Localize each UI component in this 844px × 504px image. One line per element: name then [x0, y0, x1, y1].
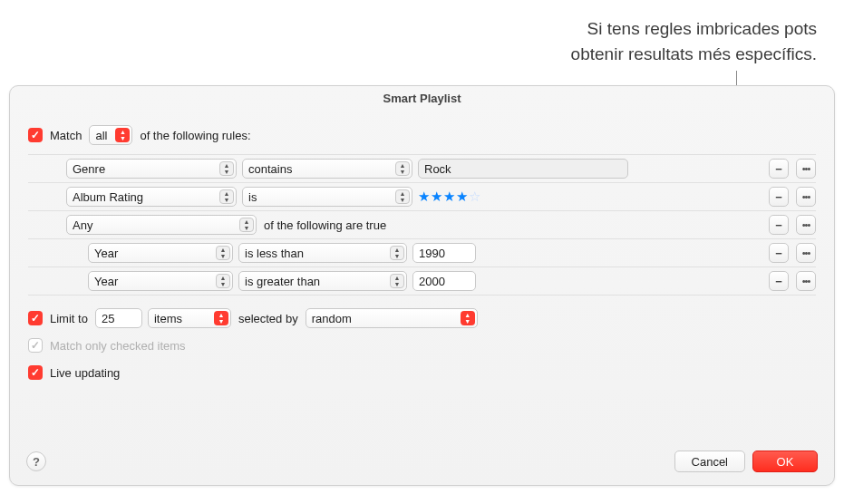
live-updating-checkbox[interactable]	[28, 365, 43, 380]
rule-row: Genre ▲▼ contains ▲▼ Rock	[28, 155, 816, 183]
updown-icon: ▲▼	[216, 274, 230, 288]
remove-rule-button[interactable]	[769, 159, 789, 179]
updown-icon: ▲▼	[390, 246, 404, 260]
rule-attribute-popup[interactable]: Genre ▲▼	[66, 159, 237, 179]
match-row: Match all ▲▼ of the following rules:	[28, 121, 816, 149]
selected-by-value: random	[312, 312, 352, 325]
match-label-suffix: of the following rules:	[138, 129, 252, 142]
rule-attribute-popup[interactable]: Album Rating ▲▼	[66, 187, 237, 207]
dialog-content: Match all ▲▼ of the following rules: Gen…	[10, 109, 834, 441]
limit-label: Limit to	[48, 312, 90, 325]
limit-unit-value: items	[154, 312, 182, 325]
updown-icon: ▲▼	[219, 189, 234, 204]
rule-value-field[interactable]: 2000	[412, 271, 476, 291]
dialog-footer: ? Cancel OK	[10, 441, 834, 485]
annotation-text: Si tens regles imbricades pots obtenir r…	[418, 16, 817, 66]
updown-icon: ▲▼	[390, 274, 404, 288]
remove-rule-button[interactable]	[769, 243, 789, 263]
limit-checkbox[interactable]	[28, 311, 43, 325]
match-mode-value: all	[95, 129, 107, 142]
live-updating-label: Live updating	[48, 366, 121, 380]
updown-icon: ▲▼	[115, 128, 130, 142]
rule-options-button[interactable]	[796, 271, 816, 291]
annotation-line1: Si tens regles imbricades pots	[418, 16, 817, 42]
updown-icon: ▲▼	[214, 311, 228, 325]
selected-by-label: selected by	[237, 312, 300, 325]
rule-operator-popup[interactable]: is less than ▲▼	[238, 243, 407, 263]
rule-options-button[interactable]	[796, 187, 816, 207]
remove-rule-button[interactable]	[769, 215, 789, 235]
selected-by-popup[interactable]: random ▲▼	[306, 308, 478, 328]
rule-options-button[interactable]	[796, 243, 816, 263]
match-checked-checkbox	[28, 338, 43, 353]
rule-attribute-value: Year	[94, 247, 118, 260]
match-checked-row: Match only checked items	[28, 332, 816, 359]
nest-suffix-label: of the following are true	[262, 218, 388, 232]
rule-attribute-popup[interactable]: Year ▲▼	[88, 271, 233, 291]
rules-list: Genre ▲▼ contains ▲▼ Rock Album Rating	[28, 154, 816, 296]
limit-row: Limit to 25 items ▲▼ selected by random …	[28, 305, 816, 332]
rule-options-button[interactable]	[796, 159, 816, 179]
dialog-title: Smart Playlist	[10, 86, 834, 109]
rule-attribute-value: Genre	[73, 162, 105, 176]
updown-icon: ▲▼	[239, 218, 254, 232]
annotation-line2: obtenir resultats més específics.	[418, 42, 817, 67]
live-updating-row: Live updating	[28, 359, 816, 386]
rule-value-text: Rock	[424, 162, 451, 176]
remove-rule-button[interactable]	[769, 187, 789, 207]
rule-attribute-value: Album Rating	[73, 190, 143, 204]
remove-rule-button[interactable]	[769, 271, 789, 291]
rule-operator-value: contains	[248, 162, 292, 176]
rating-stars[interactable]: ★★★★☆	[418, 189, 481, 205]
rule-operator-popup[interactable]: is greater than ▲▼	[238, 271, 407, 291]
match-label-prefix: Match	[48, 129, 83, 142]
rule-operator-value: is less than	[245, 247, 304, 260]
rule-operator-value: is greater than	[245, 275, 320, 288]
rule-row: Year ▲▼ is less than ▲▼ 1990	[28, 239, 816, 267]
nest-mode-value: Any	[73, 218, 92, 232]
rule-operator-popup[interactable]: contains ▲▼	[242, 159, 412, 179]
limit-unit-popup[interactable]: items ▲▼	[148, 308, 231, 328]
updown-icon: ▲▼	[461, 311, 475, 325]
smart-playlist-dialog: Smart Playlist Match all ▲▼ of the follo…	[9, 85, 835, 486]
match-checkbox[interactable]	[28, 128, 43, 142]
updown-icon: ▲▼	[216, 246, 230, 260]
match-mode-popup[interactable]: all ▲▼	[89, 125, 132, 145]
updown-icon: ▲▼	[395, 189, 410, 204]
limit-count-value: 25	[102, 312, 114, 325]
ok-button[interactable]: OK	[752, 451, 818, 472]
rule-operator-value: is	[248, 190, 257, 204]
rule-value-field[interactable]: 1990	[412, 243, 476, 263]
limit-count-field[interactable]: 25	[95, 308, 142, 328]
rule-value-field[interactable]: Rock	[418, 159, 628, 179]
nest-mode-popup[interactable]: Any ▲▼	[66, 215, 257, 235]
help-button[interactable]: ?	[26, 451, 46, 471]
rule-value-text: 1990	[419, 247, 445, 260]
rule-operator-popup[interactable]: is ▲▼	[242, 187, 412, 207]
rule-attribute-popup[interactable]: Year ▲▼	[88, 243, 233, 263]
cancel-button[interactable]: Cancel	[674, 451, 745, 472]
nested-rule-header: Any ▲▼ of the following are true	[28, 211, 816, 239]
rule-row: Album Rating ▲▼ is ▲▼ ★★★★☆	[28, 183, 816, 211]
rule-options-button[interactable]	[796, 215, 816, 235]
match-checked-label: Match only checked items	[48, 339, 188, 353]
rule-attribute-value: Year	[94, 275, 118, 288]
updown-icon: ▲▼	[395, 161, 410, 176]
rule-row: Year ▲▼ is greater than ▲▼ 2000	[28, 267, 816, 296]
updown-icon: ▲▼	[219, 161, 234, 176]
rule-value-text: 2000	[419, 275, 445, 288]
